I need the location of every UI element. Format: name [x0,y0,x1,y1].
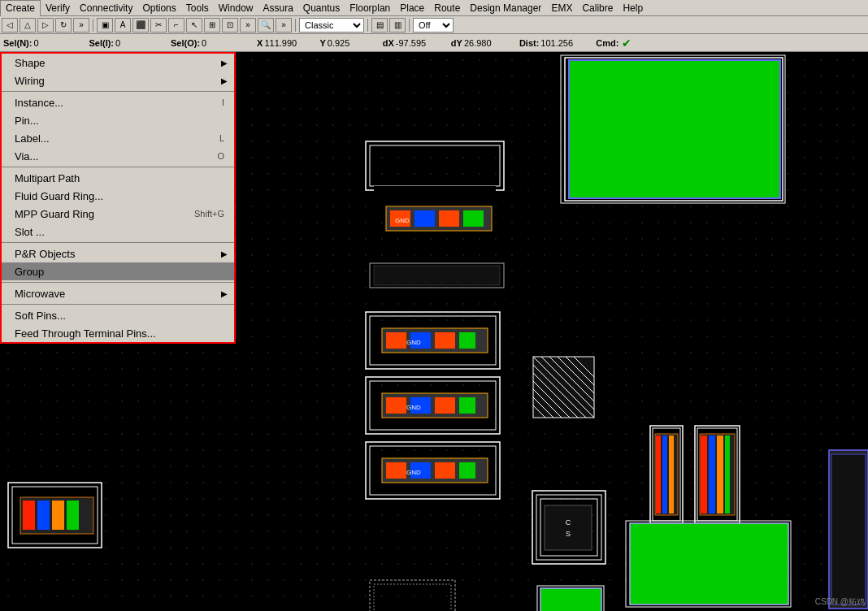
tb-btn-zoom2[interactable]: » [276,18,292,32]
sel-n-label: Sel(N): [3,38,32,48]
cmd-label: Cmd: [596,38,618,48]
menu-quantus[interactable]: Quantus [298,0,345,16]
dropdown-item-label-11: Slot ... [15,226,228,238]
dropdown-item-label-8: Multipart Path [15,172,228,184]
tb-btn-11[interactable]: ↖ [186,18,202,32]
tb-btn-4[interactable]: ↻ [55,18,72,32]
menu-floorplan[interactable]: Floorplan [345,0,395,16]
dropdown-item-wiring[interactable]: Wiring [2,72,234,89]
dropdown-item-p-r-objects[interactable]: P&R Objects [2,245,234,262]
dropdown-item-mpp-guard-ring[interactable]: MPP Guard RingShift+G [2,205,234,223]
svg-rect-23 [459,332,475,349]
tb-sep-2 [295,19,296,32]
dropdown-item-fluid-guard-ring---[interactable]: Fluid Guard Ring... [2,187,234,205]
dropdown-item-soft-pins---[interactable]: Soft Pins... [2,306,234,324]
status-sel-o: Sel(O): 0 [171,38,250,48]
menu-route[interactable]: Route [429,0,465,16]
svg-rect-64 [709,436,715,514]
sel-i-val: 0 [115,38,164,48]
svg-rect-31 [459,397,475,414]
tb-btn-10[interactable]: ⌐ [168,18,184,32]
tb-sep-1 [93,19,93,32]
dropdown-item-label-18: Soft Pins... [15,310,228,322]
svg-rect-76 [52,500,64,530]
menu-emx[interactable]: EMX [546,0,577,16]
dropdown-item-label---[interactable]: Label...L [2,129,234,147]
dropdown-item-via---[interactable]: Via...O [2,147,234,165]
menubar: Create Verify Connectivity Options Tools… [0,0,868,16]
dx-val: -97.595 [396,38,445,48]
dropdown-items: ShapeWiringInstance...IPin...Label...LVi… [2,54,234,342]
menu-options[interactable]: Options [137,0,180,16]
svg-rect-59 [669,436,674,514]
watermark: CSDN @拓鸡 [815,596,865,608]
dropdown-item-feed-through-terminal-pins---[interactable]: Feed Through Terminal Pins... [2,324,234,342]
dropdown-item-shape[interactable]: Shape [2,54,234,72]
menu-place[interactable]: Place [395,0,429,16]
tb-btn-1[interactable]: ◁ [2,18,18,32]
tb-btn-8[interactable]: ⬛ [132,18,149,32]
menu-create[interactable]: Create [0,0,41,16]
dropdown-item-shortcut-5: L [219,133,228,143]
menu-calibre[interactable]: Calibre [577,0,618,16]
tb-btn-9[interactable]: ✂ [150,18,167,32]
svg-rect-20 [386,332,406,349]
canvas-area[interactable]: GND GND GND GND [0,52,868,611]
tb-btn-6[interactable]: ▣ [97,18,113,32]
tb-dropdown-classic[interactable]: Classic [299,18,364,32]
dist-val: 101.256 [540,38,589,48]
dy-val: 26.980 [464,38,513,48]
svg-rect-85 [545,505,592,550]
menu-window[interactable]: Window [214,0,258,16]
dropdown-item-pin---[interactable]: Pin... [2,111,234,129]
tb-btn-14[interactable]: » [240,18,256,32]
menu-connectivity[interactable]: Connectivity [75,0,137,16]
dropdown-item-shortcut-10: Shift+G [194,209,228,219]
svg-rect-36 [386,462,406,479]
svg-rect-11 [414,210,435,227]
toolbar: ◁ △ ▷ ↻ » ▣ A ⬛ ✂ ⌐ ↖ ⊞ ⊡ » 🔍 » Classic … [0,16,868,34]
sel-n-val: 0 [33,38,82,48]
tb-btn-15[interactable]: ▤ [371,18,388,32]
dy-label: dY [451,38,462,48]
dropdown-item-label-14: Group [15,266,228,278]
svg-rect-12 [439,210,459,227]
svg-rect-39 [459,462,475,479]
menu-help[interactable]: Help [618,0,648,16]
dropdown-item-instance---[interactable]: Instance...I [2,93,234,111]
dropdown-item-label-16: Microwave [15,288,221,300]
status-y: Y 0.925 [319,38,375,48]
dist-label: Dist: [519,38,539,48]
svg-text:GND: GND [406,469,421,476]
menu-design-manager[interactable]: Design Manager [465,0,546,16]
menu-verify[interactable]: Verify [41,0,75,16]
dropdown-item-label-5: Label... [15,132,219,145]
dropdown-item-label-1: Wiring [15,75,221,87]
svg-rect-28 [386,397,406,414]
tb-btn-16[interactable]: ▥ [389,18,406,32]
dropdown-item-label-19: Feed Through Terminal Pins... [15,327,228,340]
menu-assura[interactable]: Assura [258,0,297,16]
dropdown-item-shortcut-3: I [222,98,228,107]
dropdown-item-label-6: Via... [15,150,217,162]
tb-btn-7[interactable]: A [115,18,131,32]
tb-dropdown-off[interactable]: Off [413,18,454,32]
svg-text:GND: GND [406,404,421,411]
dropdown-item-slot----[interactable]: Slot ... [2,223,234,240]
tb-btn-2[interactable]: △ [20,18,36,32]
tb-btn-zoom[interactable]: 🔍 [258,18,274,32]
tb-btn-12[interactable]: ⊞ [204,18,220,32]
menu-tools[interactable]: Tools [181,0,214,16]
svg-rect-38 [435,462,455,479]
y-label: Y [319,38,325,48]
status-x: X 111.990 [257,38,313,48]
tb-btn-3[interactable]: ▷ [37,18,54,32]
dropdown-item-group[interactable]: Group [2,262,234,280]
tb-btn-5[interactable]: » [73,18,89,32]
dropdown-sep-2 [2,91,234,92]
dropdown-menu: ShapeWiringInstance...IPin...Label...LVi… [0,52,236,344]
tb-btn-13[interactable]: ⊡ [222,18,238,32]
dropdown-item-multipart-path[interactable]: Multipart Path [2,169,234,187]
dropdown-item-microwave[interactable]: Microwave [2,284,234,302]
x-label: X [257,38,263,48]
